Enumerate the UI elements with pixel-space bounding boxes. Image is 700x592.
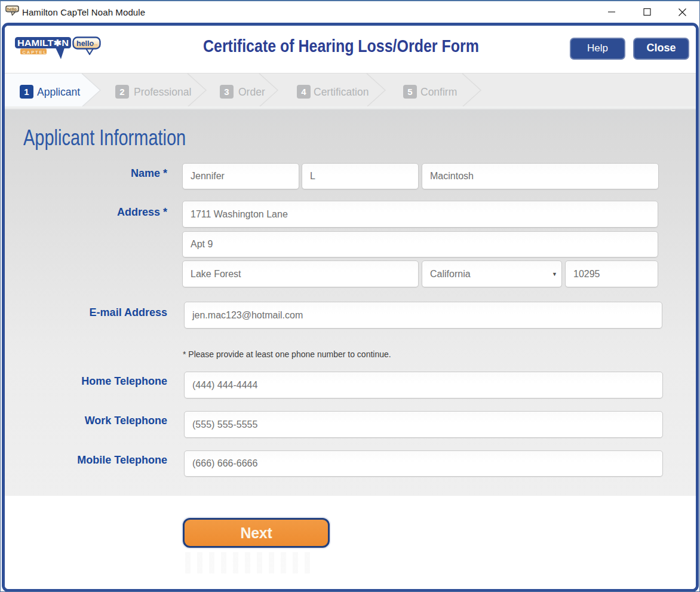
svg-text:hello..: hello.. xyxy=(7,7,19,11)
svg-text:CAPTEL: CAPTEL xyxy=(23,50,47,55)
svg-text:...: ... xyxy=(93,40,98,47)
svg-text:HAMILT✱N: HAMILT✱N xyxy=(17,38,69,48)
svg-text:hello: hello xyxy=(76,39,94,48)
